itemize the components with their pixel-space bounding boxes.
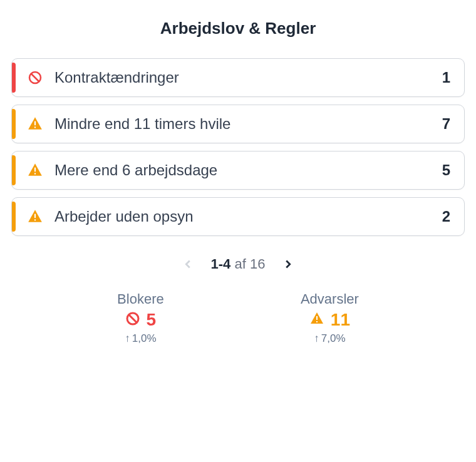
svg-rect-2	[34, 121, 36, 126]
pagination: 1-4 af 16	[11, 256, 465, 272]
svg-rect-10	[316, 316, 318, 320]
page-total: 16	[250, 256, 265, 272]
rule-label: Arbejder uden opsyn	[54, 208, 442, 225]
rule-accent	[12, 109, 16, 139]
svg-line-9	[129, 315, 137, 322]
svg-rect-7	[34, 219, 36, 220]
prev-page-button[interactable]	[181, 257, 195, 271]
svg-rect-3	[34, 126, 36, 128]
stats-row: Blokere 5 ↑ 1,0% Advarsler 11 ↑	[11, 291, 465, 345]
warning-icon	[27, 116, 43, 132]
rule-count: 2	[442, 208, 450, 225]
rule-label: Mindre end 11 timers hvile	[54, 115, 442, 133]
ban-icon	[125, 311, 140, 329]
rule-item[interactable]: Kontraktændringer 1	[11, 58, 465, 97]
stat-label: Blokere	[117, 291, 164, 307]
page-title: Arbejdslov & Regler	[11, 19, 465, 38]
rule-accent	[12, 63, 16, 93]
rule-accent	[12, 202, 16, 232]
rule-label: Kontraktændringer	[54, 69, 442, 86]
svg-rect-5	[34, 173, 36, 174]
page-info: 1-4 af 16	[211, 256, 266, 272]
svg-rect-11	[316, 321, 318, 322]
warning-icon	[27, 162, 43, 178]
trend-value: 7,0%	[321, 332, 346, 345]
stat-label: Advarsler	[301, 291, 359, 307]
stat-trend: ↑ 7,0%	[314, 332, 345, 345]
rule-count: 7	[442, 115, 450, 133]
rule-label: Mere end 6 arbejdsdage	[54, 162, 442, 179]
stat-block: Blokere 5 ↑ 1,0%	[117, 291, 164, 345]
arrow-up-icon: ↑	[125, 332, 130, 345]
rule-item[interactable]: Mere end 6 arbejdsdage 5	[11, 151, 465, 190]
warning-icon	[27, 208, 43, 225]
stat-value-row: 5	[125, 310, 157, 330]
stat-value-row: 11	[309, 310, 350, 330]
page-of-word: af	[234, 256, 246, 272]
svg-rect-4	[34, 168, 36, 172]
rule-accent	[12, 155, 16, 185]
page-range: 1-4	[211, 256, 231, 272]
rule-item[interactable]: Arbejder uden opsyn 2	[11, 197, 465, 236]
trend-value: 1,0%	[132, 332, 157, 345]
rule-item[interactable]: Mindre end 11 timers hvile 7	[11, 105, 465, 143]
warning-icon	[309, 311, 324, 329]
stat-warn: Advarsler 11 ↑ 7,0%	[301, 291, 359, 345]
rule-count: 5	[442, 162, 450, 179]
stat-value: 11	[331, 310, 350, 330]
stat-value: 5	[147, 310, 157, 330]
arrow-up-icon: ↑	[314, 332, 319, 345]
rules-list: Kontraktændringer 1 Mindre end 11 timers…	[11, 58, 465, 236]
ban-icon	[27, 69, 43, 86]
svg-line-1	[31, 74, 39, 81]
next-page-button[interactable]	[281, 257, 295, 271]
svg-rect-6	[34, 214, 36, 218]
rule-count: 1	[442, 69, 450, 86]
stat-trend: ↑ 1,0%	[125, 332, 156, 345]
